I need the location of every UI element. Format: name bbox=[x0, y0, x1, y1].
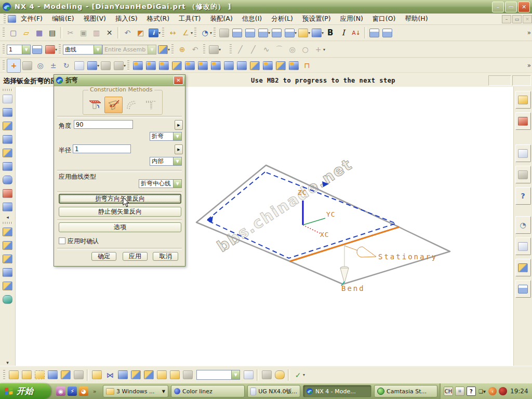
export-table-button[interactable] bbox=[381, 26, 394, 39]
sm-chamfer-button[interactable] bbox=[274, 59, 287, 72]
dialog-close-button[interactable]: ✕ bbox=[174, 76, 183, 85]
sm-contour-flange-button[interactable] bbox=[157, 59, 170, 72]
dropdown-arrow-icon[interactable]: ▾ bbox=[55, 47, 57, 52]
hole-button[interactable] bbox=[2, 132, 14, 146]
delete-button[interactable]: ✕ bbox=[103, 26, 116, 39]
undo-button[interactable]: ↶ bbox=[121, 26, 134, 39]
shaded-display-button[interactable] bbox=[86, 59, 99, 72]
sketch-circle-button[interactable]: ○ bbox=[299, 43, 312, 56]
sm-hole-button[interactable] bbox=[222, 59, 235, 72]
zoom-in-out-button[interactable]: ± bbox=[47, 59, 60, 72]
toolbar-overflow-chevron[interactable]: » bbox=[527, 29, 531, 36]
instance-feature-button[interactable] bbox=[2, 279, 14, 292]
sm-unbend-button[interactable]: ⊓ bbox=[300, 59, 313, 72]
radius-options-button[interactable]: ▶ bbox=[175, 144, 183, 154]
checker-component-button[interactable] bbox=[242, 368, 255, 381]
substitute-component-button[interactable] bbox=[155, 368, 168, 381]
sm-bend-taper-button[interactable] bbox=[209, 59, 222, 72]
work-layer-combo[interactable]: 1 ▼ bbox=[7, 45, 31, 55]
lock-table-button[interactable] bbox=[368, 26, 381, 39]
dropdown-arrow-icon[interactable]: ▾ bbox=[303, 373, 305, 377]
fit-view-button[interactable]: + bbox=[7, 59, 21, 73]
snapshot-button[interactable] bbox=[59, 368, 72, 381]
layer-settings-button[interactable] bbox=[31, 43, 44, 56]
sm-dimple-button[interactable] bbox=[287, 59, 300, 72]
zoom-box-button[interactable]: ◎ bbox=[34, 59, 47, 72]
clip-section-button[interactable] bbox=[112, 59, 125, 72]
menu-window[interactable]: 窗口(O) bbox=[368, 14, 401, 24]
zoom-scale-button[interactable] bbox=[21, 59, 34, 72]
dialog-title-bar[interactable]: 折弯 ✕ bbox=[54, 75, 185, 86]
bold-button[interactable]: B bbox=[324, 26, 337, 39]
dropdown-arrow-icon[interactable]: ▾ bbox=[219, 47, 221, 52]
object-display-button[interactable]: ◩ bbox=[134, 26, 147, 39]
undo-selection-button[interactable]: ↶ bbox=[189, 43, 202, 56]
toolbar-overflow-chevron[interactable]: » bbox=[527, 62, 531, 69]
wcs-dynamics-button[interactable] bbox=[44, 43, 57, 56]
taskbar-camtasia[interactable]: Camtasia St... bbox=[374, 385, 437, 397]
datum-csys-button[interactable] bbox=[2, 187, 14, 200]
quicklaunch-thunder-icon[interactable]: ⚡ bbox=[68, 387, 77, 396]
taskbar-group-windows[interactable]: 3 Windows ... ▼ bbox=[103, 385, 168, 397]
dropdown-arrow-icon[interactable]: ▾ bbox=[191, 31, 193, 35]
show-product-outline-button[interactable] bbox=[46, 368, 59, 381]
information-button[interactable]: i bbox=[147, 26, 160, 39]
sm-bend-button[interactable] bbox=[131, 59, 144, 72]
menu-insert[interactable]: 插入(S) bbox=[111, 14, 142, 24]
hidden-component-button[interactable] bbox=[72, 368, 85, 381]
combo-arrow-icon[interactable]: ▼ bbox=[173, 157, 181, 165]
quicklaunch-overflow-chevron[interactable]: » bbox=[91, 387, 98, 396]
help-tray-icon[interactable]: ? bbox=[467, 387, 476, 396]
menu-analysis[interactable]: 分析(L) bbox=[267, 14, 298, 24]
toolbar-scroll-down[interactable]: ▾ bbox=[2, 360, 14, 366]
taskbar-ug-doc[interactable]: UG NX4.0钣... bbox=[247, 385, 300, 397]
sketch-spline-button[interactable]: ∿ bbox=[260, 43, 273, 56]
curve-type-combo[interactable]: 折弯中心线 ▼ bbox=[139, 179, 182, 188]
method-bend-add-material-button[interactable] bbox=[104, 97, 123, 113]
combo-arrow-icon[interactable]: ▼ bbox=[231, 370, 240, 379]
shell-button[interactable] bbox=[2, 238, 14, 252]
wireframe-display-button[interactable] bbox=[99, 59, 112, 72]
part-navigator-button[interactable] bbox=[515, 112, 531, 130]
chamfer-button[interactable] bbox=[2, 159, 14, 173]
rotate-view-button[interactable]: ↻ bbox=[60, 59, 73, 72]
sm-tab-button[interactable] bbox=[196, 59, 209, 72]
menu-edit[interactable]: 编辑(E) bbox=[47, 14, 79, 24]
toolbar-collapse-left[interactable]: ◂ bbox=[2, 214, 14, 221]
options-button[interactable]: 选项 bbox=[59, 222, 181, 232]
angle-input[interactable]: 90 bbox=[74, 120, 133, 129]
dropdown-arrow-icon[interactable]: ▾ bbox=[323, 47, 325, 52]
combo-arrow-icon[interactable]: ▼ bbox=[94, 45, 102, 54]
dropdown-arrow-icon[interactable]: ▾ bbox=[210, 31, 212, 35]
arrangement-combo[interactable]: ▼ bbox=[196, 370, 240, 380]
keyboard-icon[interactable]: ⌗ bbox=[455, 387, 464, 396]
edit-component-tool-button[interactable] bbox=[168, 368, 181, 381]
bracket-button[interactable] bbox=[2, 252, 14, 265]
quicklaunch-mediaplayer-icon[interactable]: ◕ bbox=[79, 387, 88, 396]
menu-help[interactable]: 帮助(H) bbox=[400, 14, 432, 24]
unite-boolean-button[interactable] bbox=[2, 292, 14, 306]
add-component-button[interactable] bbox=[90, 368, 103, 381]
sm-hem-flange-button[interactable] bbox=[170, 59, 183, 72]
sketch-button[interactable] bbox=[2, 92, 14, 105]
radius-side-combo[interactable]: 内部 ▼ bbox=[150, 157, 182, 166]
quicklaunch-messenger-icon[interactable]: ◉ bbox=[56, 387, 65, 396]
recorder-tray-icon[interactable] bbox=[499, 387, 507, 395]
taskbar-nx-active[interactable]: NX 4 - Mode... bbox=[303, 385, 371, 397]
array-component-button[interactable] bbox=[142, 368, 155, 381]
minimize-button[interactable]: – bbox=[492, 2, 504, 12]
confirm-on-apply-checkbox[interactable] bbox=[59, 237, 65, 244]
sort-alphabetical-button[interactable]: A↓ bbox=[350, 26, 363, 39]
new-file-button[interactable]: ▢ bbox=[7, 26, 20, 39]
mate-constraint-button[interactable]: ⋈ bbox=[103, 368, 116, 381]
menu-tools[interactable]: 工具(T) bbox=[174, 14, 205, 24]
web-browser-button[interactable] bbox=[515, 144, 531, 162]
pocket-button[interactable] bbox=[2, 146, 14, 159]
print-button[interactable]: ▤ bbox=[46, 26, 59, 39]
italic-button[interactable]: I bbox=[337, 26, 350, 39]
select-components-button[interactable] bbox=[33, 368, 46, 381]
edit-table-tool-button[interactable] bbox=[244, 26, 257, 39]
restore-button[interactable]: ▭ bbox=[505, 2, 517, 12]
language-indicator[interactable]: CH bbox=[444, 387, 453, 396]
trim-body-button[interactable] bbox=[2, 119, 14, 132]
